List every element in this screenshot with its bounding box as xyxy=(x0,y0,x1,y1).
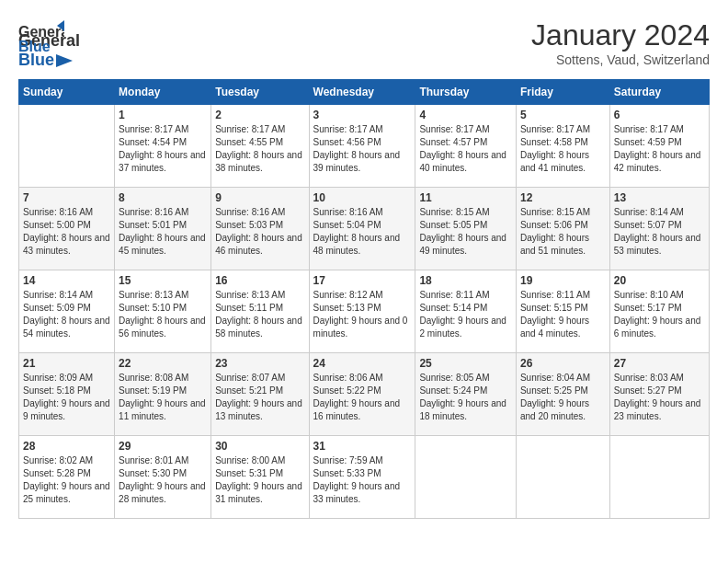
day-info: Sunrise: 7:59 AMSunset: 5:33 PMDaylight:… xyxy=(313,454,412,506)
svg-text:Blue: Blue xyxy=(18,39,51,54)
day-number: 31 xyxy=(313,440,412,453)
day-info: Sunrise: 8:16 AMSunset: 5:01 PMDaylight:… xyxy=(119,206,207,258)
day-number: 3 xyxy=(313,109,412,121)
day-number: 5 xyxy=(520,109,606,121)
day-number: 26 xyxy=(520,357,606,370)
day-info: Sunrise: 8:01 AMSunset: 5:30 PMDaylight:… xyxy=(119,454,207,506)
week-row-3: 14Sunrise: 8:14 AMSunset: 5:09 PMDayligh… xyxy=(19,270,710,353)
calendar-cell: 16Sunrise: 8:13 AMSunset: 5:11 PMDayligh… xyxy=(211,270,309,353)
calendar-cell: 23Sunrise: 8:07 AMSunset: 5:21 PMDayligh… xyxy=(211,353,309,436)
day-info: Sunrise: 8:17 AMSunset: 4:54 PMDaylight:… xyxy=(119,123,207,175)
day-number: 19 xyxy=(520,274,606,287)
calendar-cell: 3Sunrise: 8:17 AMSunset: 4:56 PMDaylight… xyxy=(309,105,415,188)
day-info: Sunrise: 8:14 AMSunset: 5:07 PMDaylight:… xyxy=(614,206,705,258)
calendar-cell: 1Sunrise: 8:17 AMSunset: 4:54 PMDaylight… xyxy=(115,105,211,188)
header-row: SundayMondayTuesdayWednesdayThursdayFrid… xyxy=(19,80,710,105)
location-subtitle: Sottens, Vaud, Switzerland xyxy=(531,52,710,67)
day-number: 7 xyxy=(23,191,110,204)
calendar-cell: 18Sunrise: 8:11 AMSunset: 5:14 PMDayligh… xyxy=(415,270,517,353)
day-info: Sunrise: 8:11 AMSunset: 5:14 PMDaylight:… xyxy=(419,289,512,340)
day-info: Sunrise: 8:16 AMSunset: 5:04 PMDaylight:… xyxy=(313,206,412,258)
calendar-cell: 9Sunrise: 8:16 AMSunset: 5:03 PMDaylight… xyxy=(211,188,309,270)
calendar-cell: 7Sunrise: 8:16 AMSunset: 5:00 PMDaylight… xyxy=(19,188,115,270)
day-info: Sunrise: 8:16 AMSunset: 5:00 PMDaylight:… xyxy=(23,206,110,258)
calendar-cell: 13Sunrise: 8:14 AMSunset: 5:07 PMDayligh… xyxy=(609,188,709,270)
day-info: Sunrise: 8:02 AMSunset: 5:28 PMDaylight:… xyxy=(23,454,110,506)
day-number: 1 xyxy=(119,109,207,121)
day-number: 11 xyxy=(419,191,512,204)
week-row-1: 1Sunrise: 8:17 AMSunset: 4:54 PMDaylight… xyxy=(19,105,710,188)
calendar-cell: 4Sunrise: 8:17 AMSunset: 4:57 PMDaylight… xyxy=(415,105,517,188)
day-number: 13 xyxy=(614,191,705,204)
day-info: Sunrise: 8:10 AMSunset: 5:17 PMDaylight:… xyxy=(614,289,705,340)
day-info: Sunrise: 8:04 AMSunset: 5:25 PMDaylight:… xyxy=(520,372,606,423)
calendar-cell: 6Sunrise: 8:17 AMSunset: 4:59 PMDaylight… xyxy=(609,105,709,188)
day-number: 15 xyxy=(119,274,207,287)
day-info: Sunrise: 8:12 AMSunset: 5:13 PMDaylight:… xyxy=(313,289,412,340)
day-header-wednesday: Wednesday xyxy=(309,80,415,105)
calendar-cell: 29Sunrise: 8:01 AMSunset: 5:30 PMDayligh… xyxy=(115,436,211,519)
day-number: 22 xyxy=(119,357,207,370)
week-row-5: 28Sunrise: 8:02 AMSunset: 5:28 PMDayligh… xyxy=(19,436,710,519)
day-info: Sunrise: 8:09 AMSunset: 5:18 PMDaylight:… xyxy=(23,372,110,423)
calendar-cell: 25Sunrise: 8:05 AMSunset: 5:24 PMDayligh… xyxy=(415,353,517,436)
calendar-cell: 5Sunrise: 8:17 AMSunset: 4:58 PMDaylight… xyxy=(516,105,609,188)
day-number: 9 xyxy=(215,191,304,204)
day-number: 4 xyxy=(419,109,512,121)
day-info: Sunrise: 8:03 AMSunset: 5:27 PMDaylight:… xyxy=(614,372,705,423)
day-number: 25 xyxy=(419,357,512,370)
day-number: 8 xyxy=(119,191,207,204)
day-info: Sunrise: 8:00 AMSunset: 5:31 PMDaylight:… xyxy=(215,454,304,506)
calendar-cell: 19Sunrise: 8:11 AMSunset: 5:15 PMDayligh… xyxy=(516,270,609,353)
day-info: Sunrise: 8:15 AMSunset: 5:06 PMDaylight:… xyxy=(520,206,606,258)
calendar-cell: 26Sunrise: 8:04 AMSunset: 5:25 PMDayligh… xyxy=(516,353,609,436)
week-row-2: 7Sunrise: 8:16 AMSunset: 5:00 PMDaylight… xyxy=(19,188,710,270)
month-title: January 2024 xyxy=(531,18,710,52)
calendar-cell: 12Sunrise: 8:15 AMSunset: 5:06 PMDayligh… xyxy=(516,188,609,270)
day-number: 28 xyxy=(23,440,110,453)
day-info: Sunrise: 8:07 AMSunset: 5:21 PMDaylight:… xyxy=(215,372,304,423)
calendar-cell: 20Sunrise: 8:10 AMSunset: 5:17 PMDayligh… xyxy=(609,270,709,353)
day-info: Sunrise: 8:17 AMSunset: 4:57 PMDaylight:… xyxy=(419,123,512,175)
day-header-friday: Friday xyxy=(516,80,609,105)
day-number: 20 xyxy=(614,274,705,287)
day-number: 6 xyxy=(614,109,705,121)
logo: General Blue General Blue xyxy=(18,18,80,70)
day-info: Sunrise: 8:17 AMSunset: 4:55 PMDaylight:… xyxy=(215,123,304,175)
day-info: Sunrise: 8:14 AMSunset: 5:09 PMDaylight:… xyxy=(23,289,110,340)
calendar-cell xyxy=(415,436,517,519)
day-number: 24 xyxy=(313,357,412,370)
day-info: Sunrise: 8:17 AMSunset: 4:58 PMDaylight:… xyxy=(520,123,606,175)
day-header-thursday: Thursday xyxy=(415,80,517,105)
calendar-cell: 11Sunrise: 8:15 AMSunset: 5:05 PMDayligh… xyxy=(415,188,517,270)
calendar-cell: 8Sunrise: 8:16 AMSunset: 5:01 PMDaylight… xyxy=(115,188,211,270)
day-number: 29 xyxy=(119,440,207,453)
calendar-cell: 21Sunrise: 8:09 AMSunset: 5:18 PMDayligh… xyxy=(19,353,115,436)
calendar-cell xyxy=(516,436,609,519)
svg-text:General: General xyxy=(18,24,64,40)
day-info: Sunrise: 8:17 AMSunset: 4:59 PMDaylight:… xyxy=(614,123,705,175)
calendar-cell xyxy=(19,105,115,188)
calendar-cell: 28Sunrise: 8:02 AMSunset: 5:28 PMDayligh… xyxy=(19,436,115,519)
day-header-saturday: Saturday xyxy=(609,80,709,105)
calendar-cell: 17Sunrise: 8:12 AMSunset: 5:13 PMDayligh… xyxy=(309,270,415,353)
day-number: 23 xyxy=(215,357,304,370)
calendar-cell: 10Sunrise: 8:16 AMSunset: 5:04 PMDayligh… xyxy=(309,188,415,270)
day-info: Sunrise: 8:17 AMSunset: 4:56 PMDaylight:… xyxy=(313,123,412,175)
day-info: Sunrise: 8:15 AMSunset: 5:05 PMDaylight:… xyxy=(419,206,512,258)
day-info: Sunrise: 8:13 AMSunset: 5:11 PMDaylight:… xyxy=(215,289,304,340)
calendar-cell: 31Sunrise: 7:59 AMSunset: 5:33 PMDayligh… xyxy=(309,436,415,519)
day-number: 14 xyxy=(23,274,110,287)
calendar-cell xyxy=(609,436,709,519)
calendar-table: SundayMondayTuesdayWednesdayThursdayFrid… xyxy=(18,79,710,519)
day-info: Sunrise: 8:11 AMSunset: 5:15 PMDaylight:… xyxy=(520,289,606,340)
day-header-tuesday: Tuesday xyxy=(211,80,309,105)
day-header-monday: Monday xyxy=(115,80,211,105)
day-info: Sunrise: 8:13 AMSunset: 5:10 PMDaylight:… xyxy=(119,289,207,340)
day-info: Sunrise: 8:16 AMSunset: 5:03 PMDaylight:… xyxy=(215,206,304,258)
calendar-cell: 14Sunrise: 8:14 AMSunset: 5:09 PMDayligh… xyxy=(19,270,115,353)
day-number: 18 xyxy=(419,274,512,287)
day-number: 12 xyxy=(520,191,606,204)
day-number: 10 xyxy=(313,191,412,204)
calendar-cell: 24Sunrise: 8:06 AMSunset: 5:22 PMDayligh… xyxy=(309,353,415,436)
